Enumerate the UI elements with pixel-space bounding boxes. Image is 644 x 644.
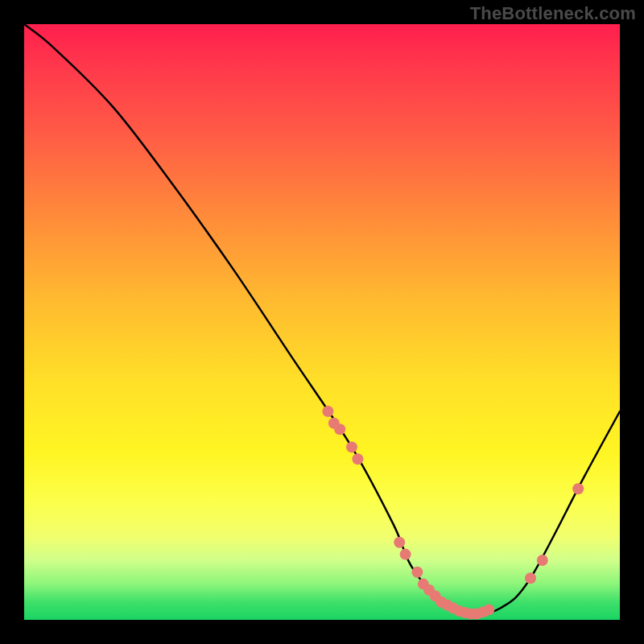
- marker-point: [322, 406, 333, 417]
- marker-point: [537, 555, 548, 566]
- marker-point: [394, 537, 405, 548]
- marker-group: [322, 406, 584, 620]
- marker-point: [400, 549, 411, 560]
- bottleneck-curve-path: [24, 24, 620, 614]
- marker-point: [572, 483, 584, 494]
- chart-frame: TheBottleneck.com: [0, 0, 644, 644]
- marker-point: [346, 441, 357, 452]
- marker-point: [525, 572, 536, 584]
- marker-point: [411, 567, 423, 578]
- marker-point: [352, 453, 363, 464]
- marker-point: [483, 604, 494, 615]
- marker-point: [334, 423, 345, 435]
- attribution-label: TheBottleneck.com: [470, 3, 636, 24]
- plot-area: [24, 24, 620, 620]
- chart-svg: [24, 24, 620, 620]
